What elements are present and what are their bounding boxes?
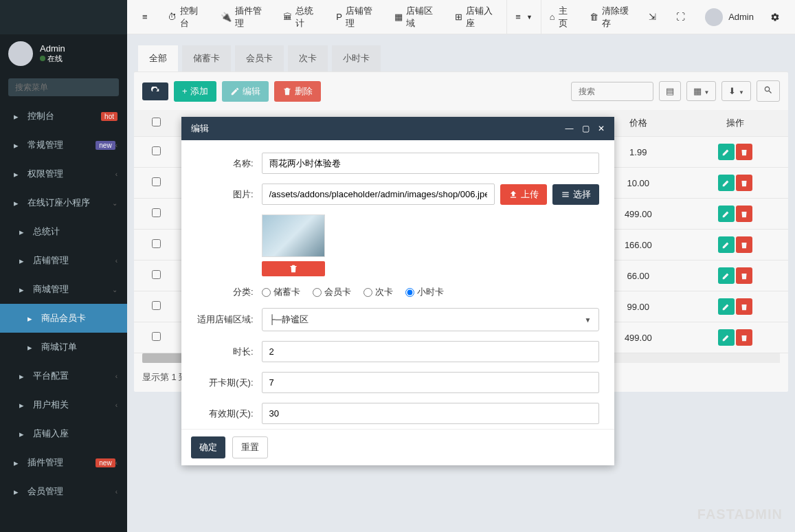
image-preview [262, 214, 325, 257]
valid-period-label: 有效期(天): [197, 408, 262, 420]
valid-period-input[interactable] [262, 403, 599, 424]
watermark: FASTADMIN [697, 507, 783, 522]
modal-overlay: 编辑 — ▢ ✕ 名称: 图片: 上传 选择 [0, 0, 795, 532]
image-label: 图片: [197, 188, 262, 201]
area-select[interactable]: ├─静谧区▼ [262, 308, 599, 331]
area-label: 适用店铺区域: [197, 313, 262, 326]
reset-button[interactable]: 重置 [232, 436, 268, 458]
chevron-down-icon: ▼ [585, 316, 592, 324]
close-icon[interactable]: ✕ [598, 124, 605, 133]
name-input[interactable] [262, 153, 599, 174]
open-period-label: 开卡期(天): [197, 377, 262, 389]
duration-label: 时长: [197, 346, 262, 358]
category-label: 分类: [197, 286, 262, 298]
category-radio-小时卡[interactable]: 小时卡 [405, 286, 444, 298]
upload-icon [508, 190, 518, 199]
minimize-icon[interactable]: — [566, 124, 574, 133]
upload-button[interactable]: 上传 [500, 184, 547, 205]
ok-button[interactable]: 确定 [191, 436, 225, 458]
image-path-input[interactable] [262, 184, 495, 205]
list-icon [561, 190, 570, 199]
name-label: 名称: [197, 157, 262, 170]
select-button[interactable]: 选择 [552, 184, 599, 205]
open-period-input[interactable] [262, 372, 599, 393]
edit-modal: 编辑 — ▢ ✕ 名称: 图片: 上传 选择 [181, 117, 614, 465]
modal-title: 编辑 [191, 122, 557, 135]
category-radio-次卡[interactable]: 次卡 [363, 286, 393, 298]
delete-image-button[interactable] [262, 261, 325, 276]
duration-input[interactable] [262, 341, 599, 362]
category-radio-储蓄卡[interactable]: 储蓄卡 [262, 286, 300, 298]
maximize-icon[interactable]: ▢ [582, 124, 590, 133]
trash-icon [289, 264, 298, 274]
category-radio-会员卡[interactable]: 会员卡 [313, 286, 351, 298]
